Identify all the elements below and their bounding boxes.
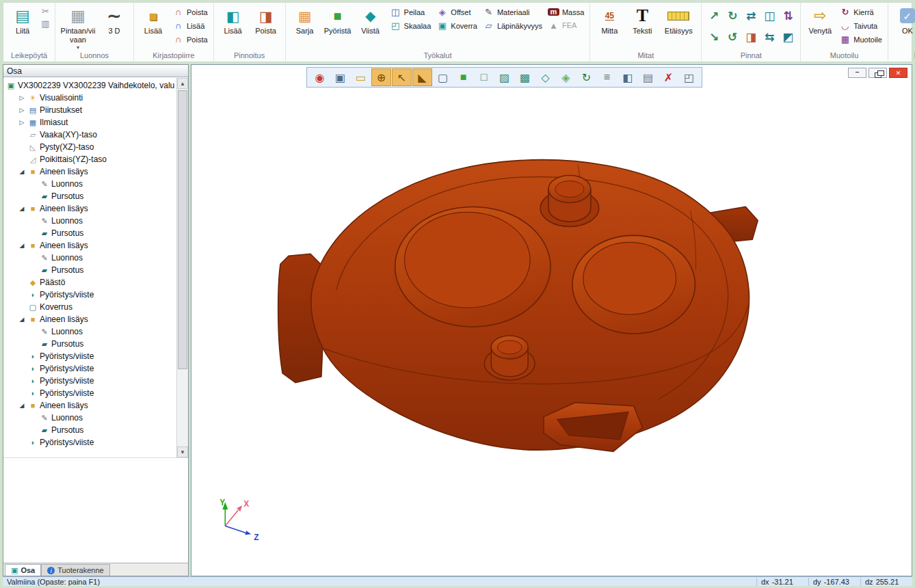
translucent-view-icon[interactable]: ◈ <box>557 69 575 85</box>
series-button[interactable]: Sarja <box>289 4 321 36</box>
tree-expander-icon[interactable]: ◢ <box>18 168 26 175</box>
surface-tool-6-icon[interactable]: ↘ <box>705 27 723 46</box>
tree-expander-icon[interactable]: ▷ <box>18 119 26 126</box>
text-button[interactable]: Teksti <box>626 4 658 36</box>
tree-item[interactable]: ◗Pyöristys/viiste <box>3 375 176 387</box>
surface-tool-2-icon[interactable]: ↻ <box>724 6 741 25</box>
close-button[interactable] <box>889 68 907 78</box>
model-update-icon[interactable]: ↻ <box>577 69 596 85</box>
tab-tuoterakenne[interactable]: Tuoterakenne <box>41 564 109 576</box>
distance-button[interactable]: Etäisyys <box>659 4 698 36</box>
scrollbar-thumb[interactable] <box>178 90 187 369</box>
scroll-down-icon[interactable]: ▼ <box>177 446 188 457</box>
tree-item[interactable]: ✎Luonnos <box>3 252 176 264</box>
perspective-view-icon[interactable]: ◇ <box>536 69 555 85</box>
tree-item[interactable]: ✎Luonnos <box>3 412 176 424</box>
surface-tool-8-icon[interactable]: ◨ <box>742 27 760 46</box>
tree-expander-icon[interactable]: ▷ <box>18 107 26 113</box>
tree-item[interactable]: ▷☀Visualisointi <box>3 92 176 104</box>
tab-osa[interactable]: Osa <box>5 564 41 576</box>
wireframe-view-icon[interactable]: □ <box>475 69 493 85</box>
tree-item[interactable]: ◗Pyöristys/viiste <box>3 387 176 399</box>
pin-icon[interactable]: ◉ <box>310 69 329 85</box>
tree-expander-icon[interactable]: ◢ <box>18 242 26 249</box>
sketch-on-surface-button[interactable]: Pintaan/viivaan ▾ <box>59 4 97 51</box>
mass-button[interactable]: Massa <box>546 5 586 18</box>
tree-item[interactable]: ▷▦Ilmiasut <box>3 116 176 129</box>
tree-item[interactable]: ✎Luonnos <box>3 178 176 190</box>
library-remove-button[interactable]: Poista <box>170 5 210 18</box>
feature-list-icon[interactable]: ≡ <box>598 69 616 85</box>
restore-button[interactable] <box>868 68 887 78</box>
tree-item[interactable]: ◗Pyöristys/viiste <box>3 362 176 375</box>
fea-button[interactable]: FEA <box>546 19 586 32</box>
tree-expander-icon[interactable]: ▷ <box>18 94 26 101</box>
tree-expander-icon[interactable]: ◢ <box>18 316 26 323</box>
hollow-button[interactable]: Koverra <box>434 19 479 32</box>
select-frame-icon[interactable]: ▣ <box>331 69 349 85</box>
tree-item[interactable]: ▢Koverrus <box>3 301 176 313</box>
tree-item[interactable]: ◺Pysty(XZ)-taso <box>3 141 176 153</box>
material-button[interactable]: Materiaali <box>481 5 544 18</box>
tree-item[interactable]: ◢■Aineen lisäys <box>3 202 176 215</box>
minimize-button[interactable] <box>848 68 866 78</box>
surface-tool-9-icon[interactable]: ⇆ <box>760 27 778 46</box>
hidden-line-view-icon[interactable]: ▨ <box>495 69 514 85</box>
chamfer-button[interactable]: Viistä <box>355 4 386 36</box>
library-add-button[interactable]: Lisää <box>137 4 169 36</box>
fillet-button[interactable]: Pyöristä <box>322 4 354 36</box>
gearbox-model-3d[interactable]: Y X Z <box>191 65 912 576</box>
delete-icon[interactable]: ✗ <box>659 69 678 85</box>
tree-item[interactable]: ▷▤Piirustukset <box>3 104 176 116</box>
tree-item[interactable]: ▰Pursotus <box>3 424 176 436</box>
surface-tool-10-icon[interactable]: ◩ <box>779 27 797 46</box>
ok-button[interactable]: OK <box>892 4 915 36</box>
library-delete-button[interactable]: Poista <box>170 33 210 46</box>
tree-item[interactable]: ▰Pursotus <box>3 338 176 350</box>
tree-expander-icon[interactable]: ◢ <box>18 205 26 212</box>
scrollbar-track[interactable] <box>177 89 188 446</box>
snap-plane-icon[interactable]: ◣ <box>413 69 432 85</box>
sketch-3d-button[interactable]: 3 D <box>98 4 130 36</box>
surface-tool-4-icon[interactable]: ◫ <box>760 6 778 25</box>
tree-item[interactable]: ◗Pyöristys/viiste <box>3 436 176 449</box>
tree-item[interactable]: ◿Poikittais(YZ)-taso <box>3 153 176 165</box>
print-icon[interactable]: ▤ <box>639 69 657 85</box>
offset-button[interactable]: Offset <box>434 5 479 18</box>
dimension-button[interactable]: Mitta <box>594 4 625 36</box>
tree-item[interactable]: ◆Päästö <box>3 276 176 289</box>
tree-item[interactable]: ▰Pursotus <box>3 190 176 202</box>
surface-tool-7-icon[interactable]: ↺ <box>724 27 741 46</box>
section-view-icon[interactable]: ◧ <box>618 69 637 85</box>
cut-icon[interactable] <box>40 5 51 17</box>
snap-line-icon[interactable]: ↖ <box>393 69 411 85</box>
tree-item[interactable]: ✎Luonnos <box>3 325 176 338</box>
model-viewport[interactable]: Y X Z ◉▣▭⊕↖◣▢■□▨▩◇◈↻≡◧▤✗◰ <box>191 64 912 576</box>
form-button[interactable]: Muotoile <box>837 33 884 46</box>
scroll-up-icon[interactable]: ▲ <box>177 78 188 89</box>
snap-free-icon[interactable]: ⊕ <box>372 69 390 85</box>
copy-icon[interactable] <box>40 18 51 29</box>
coating-remove-button[interactable]: Poista <box>250 4 282 36</box>
coating-add-button[interactable]: Lisää <box>217 4 249 36</box>
paste-button[interactable]: Liitä <box>7 4 38 36</box>
shaded-edges-view-icon[interactable]: ▩ <box>516 69 534 85</box>
tree-item[interactable]: ◢■Aineen lisäys <box>3 313 176 325</box>
scale-button[interactable]: Skaalaa <box>388 19 434 32</box>
tree-item[interactable]: ▱Vaaka(XY)-taso <box>3 129 176 141</box>
surface-tool-1-icon[interactable]: ↗ <box>705 6 723 25</box>
tree-expander-icon[interactable]: ◢ <box>18 402 26 409</box>
stretch-button[interactable]: Venytä <box>804 4 836 36</box>
surface-tool-3-icon[interactable]: ⇄ <box>742 6 760 25</box>
bend-button[interactable]: Taivuta <box>837 19 884 32</box>
pick-filter-icon[interactable]: ▢ <box>434 69 452 85</box>
surface-tool-5-icon[interactable]: ⇅ <box>779 6 797 25</box>
tree-item[interactable]: ◢■Aineen lisäys <box>3 239 176 252</box>
tree-item[interactable]: ▣VX3002239 VX3002239 Vaihdekotelo, valu <box>3 79 176 92</box>
tree-scrollbar[interactable]: ▲ ▼ <box>176 78 188 457</box>
tree-item[interactable]: ✎Luonnos <box>3 215 176 227</box>
tree-item[interactable]: ◗Pyöristys/viiste <box>3 289 176 301</box>
tree-item[interactable]: ◗Pyöristys/viiste <box>3 350 176 362</box>
tree-item[interactable]: ▰Pursotus <box>3 227 176 239</box>
measure-icon[interactable]: ▭ <box>352 69 370 85</box>
